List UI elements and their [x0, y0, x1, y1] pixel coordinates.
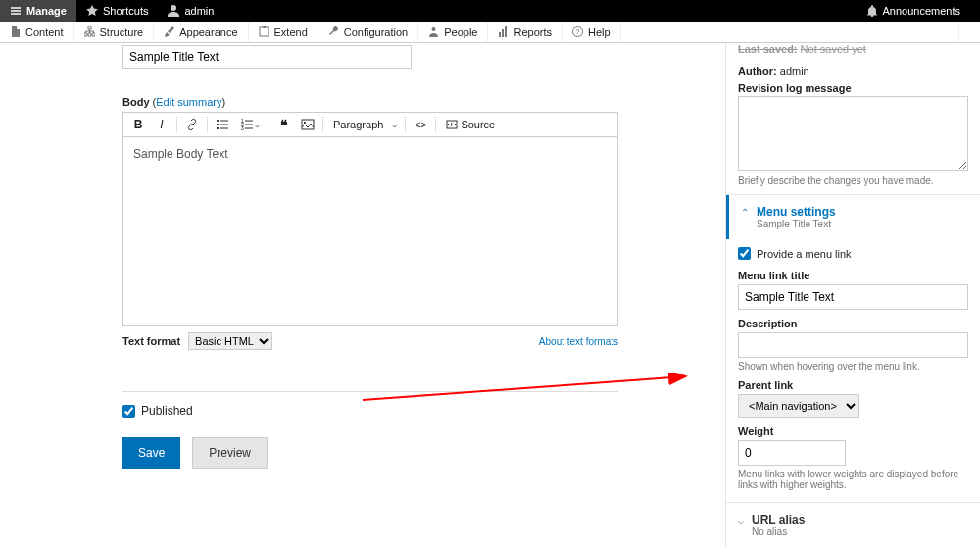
menu-reports[interactable]: Reports	[488, 22, 563, 42]
list-ol-icon: 123	[240, 118, 254, 131]
editor-toolbar: B I 123 ⌵ ❝ Par	[123, 113, 617, 137]
image-icon	[301, 118, 315, 131]
announcements-menu[interactable]: Announcements	[857, 0, 971, 22]
last-saved-row: Last saved: Not saved yet	[726, 43, 980, 63]
brush-icon	[164, 26, 174, 37]
bell-icon	[866, 5, 878, 17]
published-checkbox-wrapper[interactable]: Published	[122, 404, 706, 418]
divider	[122, 391, 618, 392]
shortcuts-label: Shortcuts	[103, 5, 148, 17]
weight-input[interactable]	[738, 440, 846, 466]
bars-icon	[498, 26, 509, 37]
help-icon: ?	[572, 26, 583, 37]
svg-text:3: 3	[241, 125, 244, 131]
menu-settings-panel: ⌃ Menu settings Sample Title Text Provid…	[726, 194, 980, 502]
editor-bold-button[interactable]: B	[127, 115, 149, 134]
manage-label: Manage	[26, 5, 67, 17]
edit-summary-link[interactable]: Edit summary	[156, 96, 221, 108]
published-label: Published	[141, 404, 193, 418]
wrench-icon	[328, 26, 339, 37]
editor-source-button[interactable]: Source	[440, 115, 501, 134]
published-checkbox[interactable]	[122, 405, 135, 418]
svg-point-8	[217, 120, 219, 122]
body-field-label: Body (Edit summary)	[122, 96, 706, 108]
provide-menu-link-checkbox[interactable]	[738, 247, 751, 260]
hamburger-icon	[10, 5, 22, 17]
svg-point-2	[432, 27, 436, 31]
text-format-select[interactable]: Basic HTML	[188, 332, 272, 350]
editor-blockquote-button[interactable]: ❝	[273, 115, 295, 134]
menu-extend[interactable]: Extend	[249, 22, 318, 42]
revision-log-textarea[interactable]	[738, 96, 968, 171]
chevron-down-icon: ⌵	[738, 515, 744, 525]
svg-text:?: ?	[576, 28, 580, 35]
editor-heading-dropdown[interactable]: Paragraph	[327, 115, 401, 134]
editor-numbered-list-button[interactable]: 123 ⌵	[235, 115, 265, 134]
parent-link-label: Parent link	[738, 379, 968, 391]
chevron-up-icon: ⌃	[741, 207, 749, 218]
title-input[interactable]	[122, 45, 412, 69]
about-text-formats-link[interactable]: About text formats	[539, 336, 618, 347]
admin-toolbar: Manage Shortcuts admin Announcements	[0, 0, 980, 22]
wysiwyg-editor: B I 123 ⌵ ❝ Par	[122, 112, 618, 326]
svg-rect-5	[505, 26, 507, 37]
menu-people[interactable]: People	[418, 22, 488, 42]
link-icon	[185, 118, 199, 131]
list-ul-icon	[216, 118, 229, 131]
url-alias-panel: ⌵ URL alias No alias	[726, 502, 980, 547]
editor-body[interactable]: Sample Body Text	[123, 137, 617, 325]
svg-point-15	[304, 122, 306, 124]
star-icon	[86, 5, 98, 17]
description-help: Shown when hovering over the menu link.	[738, 361, 968, 372]
url-alias-header[interactable]: ⌵ URL alias No alias	[726, 503, 980, 547]
editor-bulleted-list-button[interactable]	[212, 115, 233, 134]
menu-appearance[interactable]: Appearance	[154, 22, 248, 42]
editor-code-button[interactable]: <>	[410, 115, 431, 134]
toolbar-orientation-toggle[interactable]	[958, 22, 980, 42]
menu-configuration[interactable]: Configuration	[318, 22, 418, 42]
editor-image-button[interactable]	[297, 115, 318, 134]
description-input[interactable]	[738, 332, 968, 358]
svg-rect-3	[499, 32, 501, 37]
save-button[interactable]: Save	[122, 437, 180, 469]
revision-log-label: Revision log message	[726, 78, 980, 96]
parent-link-select[interactable]: <Main navigation>	[738, 394, 859, 418]
admin-menu: Content Structure Appearance Extend Conf…	[0, 22, 980, 43]
author-row: Author: admin	[726, 63, 980, 78]
svg-point-9	[217, 124, 219, 125]
svg-point-1	[263, 26, 266, 28]
menu-content[interactable]: Content	[0, 22, 74, 42]
arrow-left-icon	[969, 26, 970, 37]
svg-rect-4	[502, 29, 504, 37]
source-icon	[446, 119, 458, 130]
editor-italic-button[interactable]: I	[151, 115, 172, 134]
editor-link-button[interactable]	[181, 115, 203, 134]
shortcuts-menu[interactable]: Shortcuts	[76, 0, 158, 22]
revision-log-help: Briefly describe the changes you have ma…	[726, 173, 980, 194]
menu-link-title-label: Menu link title	[738, 270, 968, 281]
text-format-label: Text format	[122, 335, 180, 347]
svg-point-10	[217, 127, 219, 129]
puzzle-icon	[259, 26, 270, 37]
entity-meta-sidebar: Last saved: Not saved yet Author: admin …	[725, 43, 980, 547]
people-icon	[428, 26, 439, 37]
user-label: admin	[184, 5, 214, 17]
menu-help[interactable]: ? Help	[563, 22, 621, 42]
svg-rect-0	[260, 27, 269, 36]
menu-settings-header[interactable]: ⌃ Menu settings Sample Title Text	[726, 195, 980, 239]
file-icon	[10, 26, 21, 37]
provide-menu-link-wrapper[interactable]: Provide a menu link	[738, 247, 968, 260]
user-menu[interactable]: admin	[158, 0, 223, 22]
structure-icon	[84, 26, 95, 37]
manage-menu[interactable]: Manage	[0, 0, 76, 22]
user-icon	[168, 5, 179, 17]
preview-button[interactable]: Preview	[192, 437, 268, 469]
menu-link-title-input[interactable]	[738, 284, 968, 310]
announcements-label: Announcements	[883, 5, 961, 17]
menu-structure[interactable]: Structure	[74, 22, 155, 42]
weight-help: Menu links with lower weights are displa…	[738, 469, 968, 490]
weight-label: Weight	[738, 425, 968, 437]
description-label: Description	[738, 318, 968, 329]
